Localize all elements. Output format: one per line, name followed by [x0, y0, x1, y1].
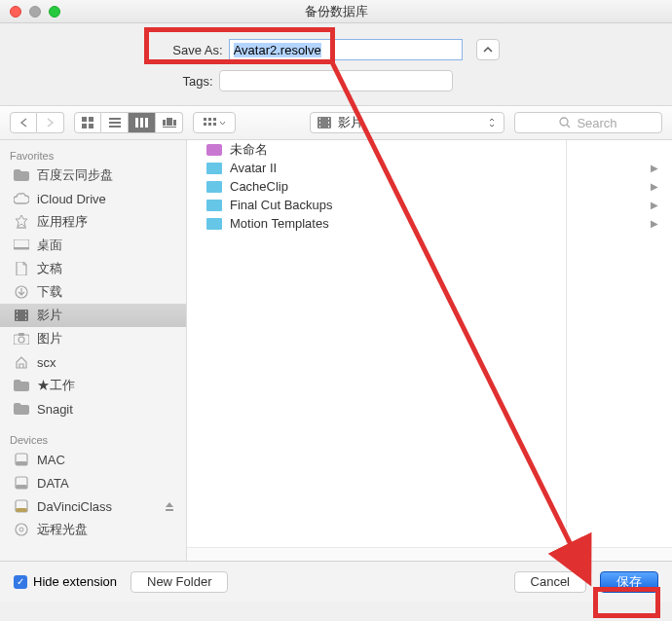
sidebar-item-davinci[interactable]: DaVinciClass — [0, 494, 186, 518]
svg-rect-48 — [16, 508, 27, 512]
sidebar-item-desktop[interactable]: 桌面 — [0, 234, 186, 257]
save-button[interactable]: 保存 — [600, 571, 658, 593]
pictures-icon — [14, 331, 29, 347]
sidebar: Favorites 百度云同步盘 iCloud Drive 应用程序 桌面 文稿… — [0, 140, 187, 561]
sidebar-item-label: MAC — [37, 453, 65, 467]
folder-icon — [206, 200, 222, 211]
optical-icon — [14, 522, 29, 537]
file-label: CacheClip — [230, 179, 376, 194]
sidebar-item-label: 下载 — [37, 283, 62, 301]
file-label: Final Cut Backups — [230, 198, 376, 212]
columns-icon — [135, 118, 149, 128]
folder-icon — [14, 378, 29, 393]
new-folder-label: New Folder — [147, 574, 211, 589]
sidebar-item-home[interactable]: scx — [0, 350, 186, 374]
cancel-label: Cancel — [531, 574, 570, 589]
file-item[interactable]: 未命名 — [187, 140, 672, 159]
save-as-input[interactable] — [229, 39, 463, 60]
sidebar-item-mac[interactable]: MAC — [0, 448, 186, 471]
window-title: 备份数据库 — [0, 3, 672, 20]
file-item[interactable]: Avatar II ▶ — [187, 159, 672, 177]
chevron-left-icon — [19, 118, 28, 128]
eject-icon[interactable] — [165, 499, 174, 514]
column-divider[interactable] — [566, 140, 567, 561]
sidebar-item-downloads[interactable]: 下载 — [0, 280, 186, 304]
sidebar-item-snagit[interactable]: Snagit — [0, 397, 186, 420]
svg-rect-22 — [319, 122, 320, 124]
search-placeholder: Search — [577, 116, 616, 130]
svg-rect-12 — [173, 120, 176, 126]
forward-button[interactable] — [37, 112, 64, 133]
browser-toolbar: 影片 Search — [0, 105, 672, 140]
sidebar-item-movies[interactable]: 影片 — [0, 304, 186, 327]
updown-icon — [488, 117, 496, 128]
svg-rect-2 — [82, 124, 87, 128]
svg-rect-18 — [208, 123, 211, 126]
grid-icon — [82, 117, 93, 128]
svg-rect-35 — [17, 314, 18, 316]
sidebar-item-label: 文稿 — [37, 260, 62, 277]
svg-rect-6 — [109, 126, 121, 128]
svg-line-28 — [567, 125, 570, 128]
file-item[interactable]: Motion Templates ▶ — [187, 214, 672, 233]
sidebar-item-baidu[interactable]: 百度云同步盘 — [0, 164, 186, 187]
sidebar-item-label: 应用程序 — [37, 213, 88, 231]
svg-rect-31 — [14, 247, 29, 249]
svg-rect-8 — [140, 118, 143, 128]
list-view-button[interactable] — [101, 112, 129, 133]
collapse-button[interactable] — [476, 39, 500, 60]
hide-extension-checkbox[interactable]: ✓ Hide extension — [14, 574, 117, 589]
coverflow-view-button[interactable] — [156, 112, 183, 133]
sidebar-item-remote-disc[interactable]: 远程光盘 — [0, 518, 186, 541]
svg-rect-21 — [319, 118, 320, 120]
file-item[interactable]: Final Cut Backups ▶ — [187, 196, 672, 214]
tags-label: Tags: — [182, 74, 212, 89]
new-folder-button[interactable]: New Folder — [131, 571, 228, 593]
arrange-button[interactable] — [193, 112, 236, 133]
sidebar-item-label: 影片 — [37, 307, 62, 324]
sidebar-item-work[interactable]: ★工作 — [0, 374, 186, 397]
footer: ✓ Hide extension New Folder Cancel 保存 — [0, 561, 672, 602]
nav-buttons — [10, 112, 64, 133]
apps-icon — [14, 214, 29, 230]
sidebar-item-label: 图片 — [37, 330, 62, 347]
sidebar-item-icloud[interactable]: iCloud Drive — [0, 187, 186, 210]
path-selector[interactable]: 影片 — [310, 112, 504, 133]
sidebar-item-pictures[interactable]: 图片 — [0, 327, 186, 350]
svg-rect-38 — [25, 314, 26, 316]
svg-rect-1 — [89, 117, 93, 122]
search-input[interactable]: Search — [514, 112, 662, 133]
docs-icon — [14, 261, 29, 276]
scroll-area[interactable] — [187, 547, 672, 561]
chevron-right-icon — [46, 118, 55, 128]
sidebar-item-data[interactable]: DATA — [0, 471, 186, 494]
column-view-button[interactable] — [129, 112, 156, 133]
sidebar-item-apps[interactable]: 应用程序 — [0, 210, 186, 234]
file-item[interactable]: CacheClip ▶ — [187, 177, 672, 196]
desktop-icon — [14, 237, 29, 253]
svg-point-27 — [560, 118, 568, 126]
arrow-icon: ▶ — [651, 181, 658, 192]
svg-rect-34 — [17, 310, 18, 312]
svg-point-49 — [16, 524, 27, 535]
external-disk-icon — [14, 498, 29, 514]
tags-input[interactable] — [219, 70, 453, 91]
svg-rect-36 — [17, 318, 18, 320]
sidebar-item-label: DATA — [37, 476, 69, 491]
svg-rect-24 — [328, 118, 329, 120]
svg-rect-4 — [109, 118, 121, 120]
folder-icon — [206, 218, 222, 230]
svg-rect-7 — [135, 118, 138, 128]
cancel-button[interactable]: Cancel — [514, 571, 586, 593]
svg-rect-14 — [204, 118, 206, 121]
folder-icon — [14, 167, 29, 183]
browser-main: Favorites 百度云同步盘 iCloud Drive 应用程序 桌面 文稿… — [0, 140, 672, 561]
back-button[interactable] — [10, 112, 37, 133]
arrow-icon: ▶ — [651, 200, 658, 210]
sidebar-item-label: Snagit — [37, 402, 73, 417]
svg-rect-11 — [167, 118, 172, 126]
sidebar-item-label: 远程光盘 — [37, 521, 88, 538]
icon-view-button[interactable] — [74, 112, 101, 133]
file-column[interactable]: 未命名 Avatar II ▶ CacheClip ▶ Final Cut Ba… — [187, 140, 672, 561]
sidebar-item-documents[interactable]: 文稿 — [0, 257, 186, 280]
